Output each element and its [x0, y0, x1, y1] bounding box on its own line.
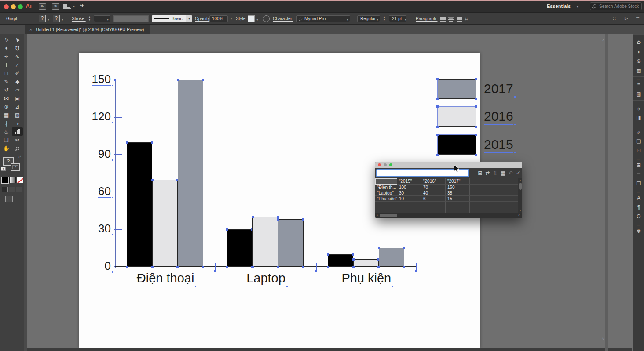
symbols-panel-button[interactable]: ✾: [633, 226, 644, 235]
shape-builder-tool[interactable]: ⊕: [1, 102, 12, 111]
vertical-scrollbar[interactable]: ∧ ∨: [518, 178, 522, 213]
hand-tool[interactable]: ✋: [1, 144, 12, 152]
eraser-tool[interactable]: ◆: [12, 77, 23, 86]
bridge-icon[interactable]: Br: [39, 3, 46, 10]
swatches-panel-button[interactable]: ▦: [633, 65, 644, 75]
bar-2017-1[interactable]: [178, 80, 203, 267]
stroke-color-button[interactable]: ?: [53, 15, 60, 22]
panel-menu-icon[interactable]: ≣: [636, 16, 640, 22]
bar-2016-2[interactable]: [252, 217, 278, 267]
graph-data-window[interactable]: ⊞⇄⇅▦↶✓ "2015""2016""2017""Điện th...1007…: [375, 162, 522, 218]
chevron-down-icon[interactable]: ▾: [107, 18, 109, 22]
data-cell[interactable]: [494, 202, 518, 207]
close-window-button[interactable]: [4, 4, 9, 9]
slice-tool[interactable]: ✂: [12, 136, 23, 144]
graph-data-table[interactable]: "2015""2016""2017""Điện th...10070150"La…: [375, 178, 518, 213]
recolor-artwork-panel-button[interactable]: ⊛: [633, 56, 644, 65]
bar-2015-2[interactable]: [227, 229, 252, 267]
stepper-down-icon[interactable]: ▾: [89, 18, 90, 21]
zoom-tool[interactable]: [12, 144, 23, 152]
close-window-button[interactable]: [378, 163, 381, 166]
workspace-switcher[interactable]: Essentials: [547, 4, 571, 9]
data-cell[interactable]: 6: [421, 196, 446, 202]
data-cell[interactable]: [494, 196, 518, 202]
chevron-down-icon[interactable]: ▾: [405, 18, 406, 22]
row-label-cell[interactable]: "Phụ kiện": [375, 196, 397, 202]
share-rocket-icon[interactable]: ✈: [80, 2, 85, 9]
chevron-down-icon[interactable]: ▾: [145, 18, 147, 22]
data-cell[interactable]: [421, 202, 446, 207]
data-cell[interactable]: 30: [397, 190, 421, 196]
font-size-stepper[interactable]: ▴ ▾: [384, 15, 385, 22]
gradient-panel-panel-button[interactable]: ▧: [633, 89, 644, 98]
font-size-dropdown[interactable]: 21 pt: [389, 15, 406, 22]
bar-2017-3[interactable]: [379, 248, 404, 267]
document-tab[interactable]: × Untitled-1 [Recovered]* @ 200% (CMYK/G…: [25, 25, 150, 34]
data-cell[interactable]: [470, 190, 494, 196]
graphic-styles-panel-button[interactable]: ◨: [633, 113, 644, 122]
scroll-up-icon[interactable]: ∧: [602, 38, 605, 42]
chevron-down-icon[interactable]: ▾: [48, 18, 49, 22]
screen-mode-button[interactable]: [5, 196, 13, 202]
bar-2016-1[interactable]: [152, 180, 178, 267]
data-cell[interactable]: [446, 202, 470, 207]
row-label-cell[interactable]: "Laptop": [375, 190, 397, 196]
chevron-down-icon[interactable]: ▾: [256, 18, 258, 22]
column-graph-tool[interactable]: [12, 127, 23, 136]
revert-icon[interactable]: ↶: [509, 169, 513, 177]
paragraph-panel-panel-button[interactable]: ¶: [633, 203, 644, 212]
cell-style-icon[interactable]: ▦: [501, 169, 505, 177]
magic-wand-tool[interactable]: ✦: [1, 44, 12, 52]
legend-swatch-2016[interactable]: [438, 107, 476, 127]
dots-grid-icon[interactable]: ∷: [613, 16, 616, 22]
width-tool[interactable]: ⋈: [1, 94, 12, 102]
stroke-panel-link[interactable]: Stroke:: [72, 16, 86, 21]
globe-icon[interactable]: [263, 15, 270, 22]
brush-definition-dropdown[interactable]: [113, 15, 149, 22]
export-panel-button[interactable]: ⇗: [633, 127, 644, 137]
align-left-icon[interactable]: [440, 17, 446, 22]
swap-fill-stroke-icon[interactable]: ⇄: [18, 155, 22, 159]
data-cell[interactable]: [494, 190, 518, 196]
pasteboard[interactable]: 0306090120150Điện thoạiLaptopPhụ kiện201…: [27, 34, 632, 351]
opacity-link[interactable]: Opacity:: [195, 16, 211, 21]
stroke-swatch[interactable]: ?: [11, 163, 20, 171]
scroll-left-icon[interactable]: ‹: [377, 213, 378, 217]
horizontal-scrollbar[interactable]: ‹ ›: [375, 213, 522, 218]
corner-cell[interactable]: [375, 178, 397, 185]
close-tab-icon[interactable]: ×: [29, 27, 32, 32]
data-cell[interactable]: [494, 185, 518, 190]
stroke-panel-panel-button[interactable]: ≡: [633, 80, 644, 89]
pen-tool[interactable]: ✒: [1, 52, 12, 61]
minimize-window-button[interactable]: [11, 4, 16, 9]
free-transform-icon[interactable]: ⌗: [465, 16, 468, 22]
eyedropper-tool[interactable]: ∤: [1, 119, 12, 127]
transpose-row-column-icon[interactable]: ⇄: [485, 169, 490, 177]
artboards-panel-button[interactable]: ⊡: [633, 146, 644, 155]
opentype-panel-button[interactable]: O: [633, 212, 644, 221]
scroll-up-icon[interactable]: ∧: [519, 179, 521, 182]
stroke-weight-stepper[interactable]: ▴ ▾: [89, 15, 90, 22]
direct-selection-tool[interactable]: ▷: [1, 36, 12, 44]
gradient-button[interactable]: [9, 177, 16, 183]
data-cell[interactable]: [470, 196, 494, 202]
color-panel-panel-button[interactable]: ✿: [633, 38, 644, 47]
row-label-cell[interactable]: [375, 202, 397, 207]
fill-color-button[interactable]: ?: [39, 15, 46, 22]
draw-inside-button[interactable]: [16, 187, 22, 192]
align-panel-button[interactable]: ≣: [633, 170, 644, 179]
stroke-style-dropdown[interactable]: Basic: [152, 15, 186, 22]
bar-2016-3[interactable]: [353, 259, 379, 267]
data-cell[interactable]: 100: [397, 185, 421, 190]
pointer-flag-icon[interactable]: ⊳: [624, 16, 628, 22]
pathfinder-panel-button[interactable]: ❐: [633, 179, 644, 188]
scrollbar-thumb[interactable]: [519, 183, 522, 190]
draw-normal-button[interactable]: [2, 187, 8, 192]
graphic-style-swatch[interactable]: [248, 15, 255, 22]
font-family-dropdown[interactable]: Myriad Pro: [296, 15, 350, 22]
scroll-right-icon[interactable]: ›: [518, 213, 520, 217]
apply-icon[interactable]: ✓: [516, 169, 520, 177]
selection-tool[interactable]: ▶: [12, 36, 23, 44]
default-fill-stroke-icon[interactable]: ?: [1, 167, 6, 171]
artboard-tool[interactable]: ❑: [1, 136, 12, 144]
